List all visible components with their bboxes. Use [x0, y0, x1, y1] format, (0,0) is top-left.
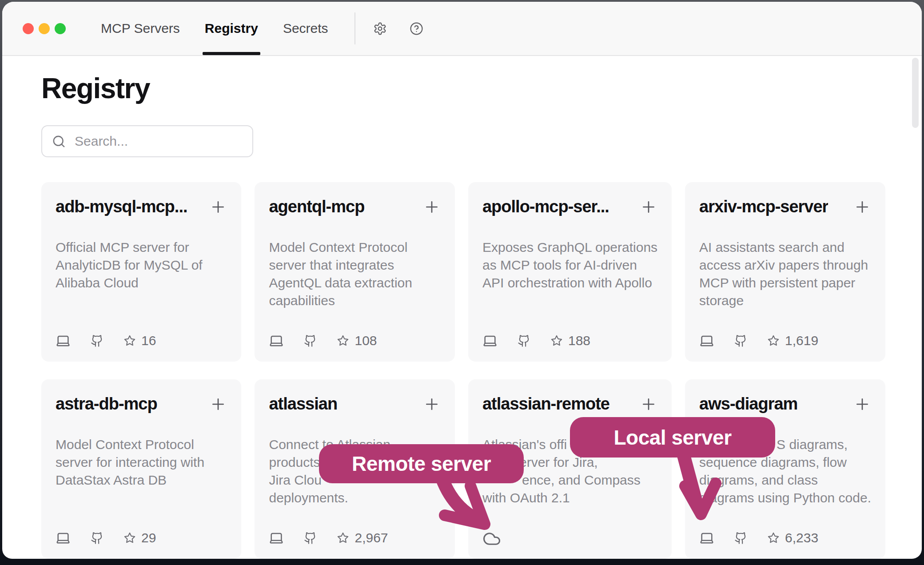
- registry-page: Registry adb-mysql-mcp... Official M: [2, 74, 922, 559]
- star-count: 16: [123, 333, 156, 348]
- star-icon: [767, 334, 780, 347]
- server-card-footer: 2,967: [269, 530, 388, 545]
- plus-icon: [423, 211, 441, 217]
- star-icon: [337, 532, 349, 544]
- github-icon: [304, 334, 317, 347]
- star-count: 108: [337, 333, 377, 348]
- server-name: adb-mysql-mcp...: [56, 197, 187, 216]
- laptop-icon: [699, 333, 714, 348]
- server-name: apollo-mcp-ser...: [482, 197, 609, 216]
- plus-icon: [853, 211, 871, 217]
- star-count: 2,967: [337, 530, 388, 545]
- star-icon: [337, 334, 349, 347]
- add-server-button[interactable]: [853, 198, 871, 217]
- github-icon: [518, 334, 530, 347]
- server-card-astra-db-mcp[interactable]: astra-db-mcp Model Context Protocol serv…: [41, 379, 241, 559]
- server-description: Model Context Protocol server for intera…: [56, 436, 227, 489]
- server-card-agentql-mcp[interactable]: agentql-mcp Model Context Protocol serve…: [255, 182, 454, 362]
- zoom-window-button[interactable]: [55, 23, 66, 34]
- tab-registry[interactable]: Registry: [203, 2, 259, 55]
- traffic-lights: [23, 23, 66, 34]
- server-card-adb-mysql-mcp[interactable]: adb-mysql-mcp... Official MCP server for…: [41, 182, 241, 362]
- plus-icon: [209, 408, 227, 414]
- laptop-icon: [56, 530, 71, 545]
- laptop-icon: [269, 530, 284, 545]
- laptop-icon: [269, 333, 284, 348]
- server-description: Model Context Protocol server that integ…: [269, 239, 440, 310]
- plus-icon: [853, 408, 871, 414]
- laptop-icon: [482, 333, 498, 348]
- star-count: 6,233: [767, 530, 818, 545]
- star-icon: [550, 334, 563, 347]
- star-icon: [767, 532, 780, 544]
- server-card-footer: 6,233: [699, 530, 818, 545]
- annotation-remote-server: Remote server: [319, 444, 524, 483]
- server-card-footer: 1,619: [699, 333, 818, 348]
- server-name: atlassian: [269, 394, 337, 414]
- help-button[interactable]: [407, 19, 426, 38]
- github-icon: [91, 532, 104, 545]
- server-description: AI assistants search and access arXiv pa…: [699, 239, 871, 310]
- server-card-apollo-mcp-server[interactable]: apollo-mcp-ser... Exposes GraphQL operat…: [468, 182, 672, 362]
- server-card-arxiv-mcp-server[interactable]: arxiv-mcp-server AI assistants search an…: [685, 182, 885, 362]
- laptop-icon: [56, 333, 71, 348]
- star-count: 29: [123, 530, 156, 545]
- plus-icon: [640, 408, 657, 414]
- github-icon: [304, 532, 317, 545]
- server-name: aws-diagram: [699, 394, 797, 414]
- cloud-icon: [482, 529, 501, 545]
- server-card-grid: adb-mysql-mcp... Official MCP server for…: [41, 182, 885, 559]
- annotation-local-server: Local server: [570, 417, 775, 458]
- server-card-aws-diagram[interactable]: aws-diagram S diagrams, sequence diagram…: [685, 379, 885, 559]
- tab-mcp-servers[interactable]: MCP Servers: [100, 2, 181, 55]
- star-count: 1,619: [767, 333, 818, 348]
- laptop-icon: [699, 530, 714, 545]
- plus-icon: [640, 211, 657, 217]
- server-name: agentql-mcp: [269, 197, 364, 216]
- star-count: 188: [550, 333, 590, 348]
- star-icon: [123, 532, 136, 544]
- titlebar-divider: [354, 12, 355, 44]
- server-description: Official MCP server for AnalyticDB for M…: [56, 239, 227, 292]
- search-icon: [52, 135, 66, 148]
- github-icon: [734, 334, 747, 347]
- main-tabs: MCP Servers Registry Secrets: [100, 2, 330, 55]
- server-card-footer: 108: [269, 333, 377, 348]
- search-input[interactable]: [74, 133, 243, 149]
- tab-secrets[interactable]: Secrets: [282, 2, 330, 55]
- github-icon: [734, 532, 747, 545]
- add-server-button[interactable]: [640, 198, 657, 217]
- gear-icon: [373, 22, 387, 36]
- server-card-footer: 188: [482, 333, 590, 348]
- vertical-scrollbar[interactable]: [912, 58, 919, 128]
- plus-icon: [423, 408, 441, 414]
- minimize-window-button[interactable]: [39, 23, 50, 34]
- page-title: Registry: [41, 74, 922, 103]
- search-box: [41, 125, 253, 157]
- help-icon: [410, 22, 423, 36]
- close-window-button[interactable]: [23, 23, 34, 34]
- app-window: MCP Servers Registry Secrets Registry: [2, 2, 922, 559]
- server-name: astra-db-mcp: [56, 394, 157, 414]
- add-server-button[interactable]: [640, 395, 657, 414]
- add-server-button[interactable]: [209, 395, 227, 414]
- server-card-footer: 29: [56, 530, 156, 545]
- server-name: atlassian-remote: [482, 394, 609, 414]
- settings-button[interactable]: [370, 19, 390, 38]
- server-card-footer: [482, 529, 501, 545]
- add-server-button[interactable]: [423, 198, 441, 217]
- star-icon: [123, 334, 136, 347]
- server-name: arxiv-mcp-server: [699, 197, 828, 216]
- server-description: Exposes GraphQL operations as MCP tools …: [482, 239, 657, 292]
- add-server-button[interactable]: [423, 395, 441, 414]
- plus-icon: [209, 211, 227, 217]
- add-server-button[interactable]: [853, 395, 871, 414]
- github-icon: [91, 334, 104, 347]
- server-card-footer: 16: [56, 333, 156, 348]
- add-server-button[interactable]: [209, 198, 227, 217]
- titlebar: MCP Servers Registry Secrets: [2, 2, 922, 56]
